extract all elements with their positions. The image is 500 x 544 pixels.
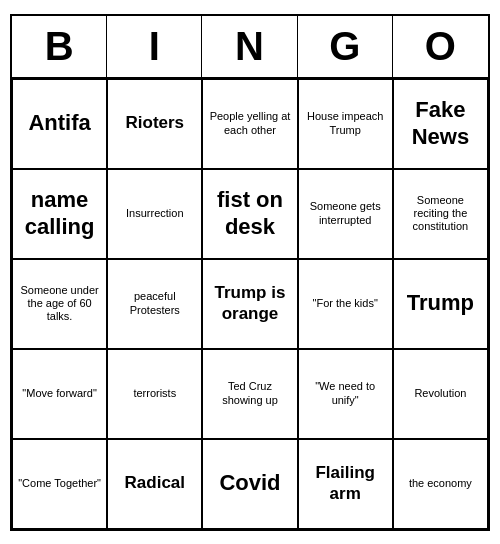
- bingo-cell-8: Someone gets interrupted: [298, 169, 393, 259]
- bingo-cell-7: fist on desk: [202, 169, 297, 259]
- bingo-cell-18: "We need to unify": [298, 349, 393, 439]
- bingo-cell-0: Antifa: [12, 79, 107, 169]
- bingo-card: BINGO AntifaRiotersPeople yelling at eac…: [10, 14, 490, 531]
- bingo-cell-17: Ted Cruz showing up: [202, 349, 297, 439]
- bingo-cell-14: Trump: [393, 259, 488, 349]
- header-letter: I: [107, 16, 202, 77]
- bingo-cell-19: Revolution: [393, 349, 488, 439]
- bingo-cell-23: Flailing arm: [298, 439, 393, 529]
- bingo-cell-9: Someone reciting the constitution: [393, 169, 488, 259]
- header-letter: B: [12, 16, 107, 77]
- bingo-grid: AntifaRiotersPeople yelling at each othe…: [12, 79, 488, 529]
- bingo-cell-21: Radical: [107, 439, 202, 529]
- bingo-cell-13: "For the kids": [298, 259, 393, 349]
- bingo-cell-1: Rioters: [107, 79, 202, 169]
- bingo-cell-10: Someone under the age of 60 talks.: [12, 259, 107, 349]
- header-letter: O: [393, 16, 488, 77]
- bingo-cell-11: peaceful Protesters: [107, 259, 202, 349]
- bingo-cell-4: Fake News: [393, 79, 488, 169]
- header-letter: G: [298, 16, 393, 77]
- bingo-cell-2: People yelling at each other: [202, 79, 297, 169]
- bingo-cell-15: "Move forward": [12, 349, 107, 439]
- bingo-cell-16: terrorists: [107, 349, 202, 439]
- bingo-cell-12: Trump is orange: [202, 259, 297, 349]
- bingo-cell-6: Insurrection: [107, 169, 202, 259]
- bingo-cell-24: the economy: [393, 439, 488, 529]
- bingo-cell-22: Covid: [202, 439, 297, 529]
- bingo-cell-20: "Come Together": [12, 439, 107, 529]
- bingo-header: BINGO: [12, 16, 488, 79]
- header-letter: N: [202, 16, 297, 77]
- bingo-cell-3: House impeach Trump: [298, 79, 393, 169]
- bingo-cell-5: name calling: [12, 169, 107, 259]
